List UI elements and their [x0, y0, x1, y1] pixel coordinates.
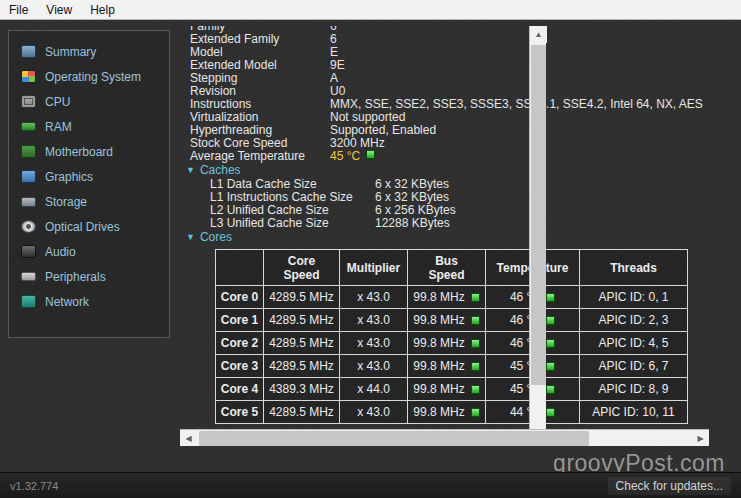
core-name: Core 2 [216, 332, 264, 355]
caches-section-header[interactable]: ▼ Caches [180, 163, 709, 178]
core-threads: APIC ID: 4, 5 [580, 332, 688, 355]
horizontal-scrollbar[interactable]: ◀ ▶ [180, 429, 709, 446]
core-speed: 4289.5 MHz [264, 286, 340, 309]
scroll-up-button[interactable]: ▲ [530, 26, 547, 43]
scroll-right-button[interactable]: ▶ [692, 430, 709, 447]
core-bus-speed: 99.8 MHz [408, 401, 486, 424]
motherboard-icon [21, 145, 36, 158]
core-threads: APIC ID: 10, 11 [580, 401, 688, 424]
status-bar: v1.32.774 Check for updates... [0, 472, 741, 498]
detail-row: Extended Family6 [180, 33, 709, 46]
sidebar-item-label: Summary [45, 45, 96, 59]
cores-table: Core SpeedMultiplierBus SpeedTemperature… [215, 249, 688, 424]
cpu-icon [21, 95, 36, 108]
column-header: Bus Speed [408, 250, 486, 286]
horizontal-scrollbar-thumb[interactable] [199, 431, 589, 446]
core-speed: 4289.5 MHz [264, 401, 340, 424]
app-window: SummaryOperating SystemCPURAMMotherboard… [0, 20, 741, 498]
sidebar-item-summary[interactable]: Summary [9, 39, 169, 64]
cores-header-row: Core SpeedMultiplierBus SpeedTemperature… [216, 250, 688, 286]
core-threads: APIC ID: 2, 3 [580, 309, 688, 332]
vertical-scrollbar[interactable]: ▲ ▼ [529, 26, 546, 446]
column-header: Threads [580, 250, 688, 286]
cache-label: L3 Unified Cache Size [210, 217, 375, 230]
version-label: v1.32.774 [10, 480, 58, 492]
core-row: Core 34289.5 MHzx 43.099.8 MHz45 °CAPIC … [216, 355, 688, 378]
peripherals-icon [21, 272, 36, 281]
cores-section-label: Cores [200, 230, 232, 245]
green-led-icon [546, 385, 555, 394]
summary-icon [21, 45, 36, 58]
column-header: Core Speed [264, 250, 340, 286]
core-speed: 4289.5 MHz [264, 309, 340, 332]
core-speed: 4389.3 MHz [264, 378, 340, 401]
cores-section-header[interactable]: ▼ Cores [180, 230, 709, 245]
sidebar-item-label: Graphics [45, 170, 93, 184]
sidebar-item-ram[interactable]: RAM [9, 114, 169, 139]
ram-icon [21, 122, 36, 131]
core-threads: APIC ID: 8, 9 [580, 378, 688, 401]
core-name: Core 1 [216, 309, 264, 332]
core-multiplier: x 43.0 [340, 355, 408, 378]
core-multiplier: x 43.0 [340, 332, 408, 355]
green-led-icon [546, 408, 555, 417]
vertical-scrollbar-thumb[interactable] [531, 45, 546, 385]
core-name: Core 5 [216, 401, 264, 424]
corner-header-cell [216, 250, 264, 286]
caches-section-label: Caches [200, 163, 241, 178]
menu-file[interactable]: File [0, 1, 37, 19]
sidebar-item-label: Peripherals [45, 270, 106, 284]
core-threads: APIC ID: 6, 7 [580, 355, 688, 378]
sidebar-item-storage[interactable]: Storage [9, 189, 169, 214]
cache-row: L3 Unified Cache Size12288 KBytes [180, 217, 709, 230]
storage-icon [21, 197, 36, 207]
sidebar-item-cpu[interactable]: CPU [9, 89, 169, 114]
core-multiplier: x 43.0 [340, 401, 408, 424]
cores-table-body: Core 04289.5 MHzx 43.099.8 MHz46 °CAPIC … [216, 286, 688, 424]
sidebar-item-label: CPU [45, 95, 70, 109]
core-speed: 4289.5 MHz [264, 355, 340, 378]
detail-row: Extended Model9E [180, 59, 709, 72]
core-multiplier: x 43.0 [340, 309, 408, 332]
green-led-icon [471, 408, 480, 417]
green-led-icon [366, 150, 375, 159]
sidebar-list: SummaryOperating SystemCPURAMMotherboard… [9, 39, 169, 314]
core-bus-speed: 99.8 MHz [408, 309, 486, 332]
sidebar-item-label: Storage [45, 195, 87, 209]
sidebar-item-graphics[interactable]: Graphics [9, 164, 169, 189]
core-name: Core 0 [216, 286, 264, 309]
collapse-arrow-icon: ▼ [186, 163, 195, 178]
sidebar-item-label: Audio [45, 245, 76, 259]
scroll-left-button[interactable]: ◀ [180, 430, 197, 447]
sidebar-item-optical[interactable]: Optical Drives [9, 214, 169, 239]
core-name: Core 3 [216, 355, 264, 378]
check-for-updates-link[interactable]: Check for updates... [608, 477, 731, 495]
core-row: Core 14289.5 MHzx 43.099.8 MHz46 °CAPIC … [216, 309, 688, 332]
sidebar-item-label: Network [45, 295, 89, 309]
green-led-icon [546, 316, 555, 325]
sidebar-item-peripherals[interactable]: Peripherals [9, 264, 169, 289]
green-led-icon [546, 339, 555, 348]
graphics-icon [21, 170, 36, 183]
green-led-icon [546, 362, 555, 371]
sidebar-item-motherboard[interactable]: Motherboard [9, 139, 169, 164]
core-bus-speed: 99.8 MHz [408, 378, 486, 401]
detail-row: SteppingA [180, 72, 709, 85]
core-row: Core 54289.5 MHzx 43.099.8 MHz44 °CAPIC … [216, 401, 688, 424]
sidebar-item-label: RAM [45, 120, 72, 134]
core-bus-speed: 99.8 MHz [408, 355, 486, 378]
sidebar-item-audio[interactable]: Audio [9, 239, 169, 264]
core-bus-speed: 99.8 MHz [408, 286, 486, 309]
network-icon [21, 295, 36, 308]
core-speed: 4289.5 MHz [264, 332, 340, 355]
sidebar-item-network[interactable]: Network [9, 289, 169, 314]
core-row: Core 04289.5 MHzx 43.099.8 MHz46 °CAPIC … [216, 286, 688, 309]
cpu-panel: Family 6 Extended Family6ModelEExtended … [180, 26, 709, 429]
sidebar-item-label: Motherboard [45, 145, 113, 159]
green-led-icon [546, 293, 555, 302]
sidebar-item-os[interactable]: Operating System [9, 64, 169, 89]
cache-value: 12288 KBytes [375, 217, 450, 230]
menu-view[interactable]: View [37, 1, 81, 19]
menu-help[interactable]: Help [81, 1, 124, 19]
green-led-icon [471, 339, 480, 348]
